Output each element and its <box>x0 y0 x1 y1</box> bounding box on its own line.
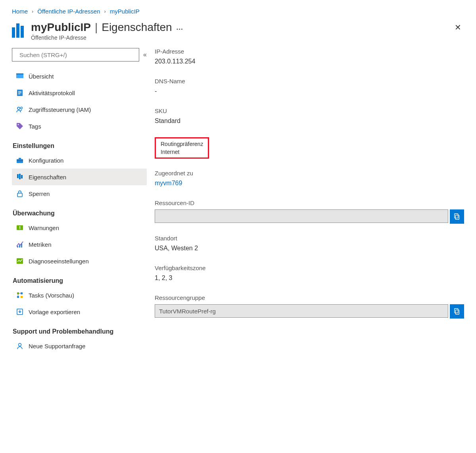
sidebar-search[interactable] <box>12 48 139 61</box>
svg-rect-36 <box>455 309 458 313</box>
svg-rect-28 <box>21 296 23 298</box>
nav-tasks[interactable]: Tasks (Vorschau) <box>12 287 147 303</box>
lock-icon <box>16 190 24 198</box>
nav-tags[interactable]: Tags <box>12 118 147 134</box>
associated-resource-link[interactable]: myvm769 <box>155 180 464 187</box>
svg-point-32 <box>19 344 21 346</box>
copy-resource-id-button[interactable] <box>450 209 464 224</box>
sidebar: « Übersicht Aktivitätsprotokoll Zugriffs… <box>12 48 147 354</box>
svg-rect-5 <box>18 91 21 92</box>
tag-icon <box>16 122 24 130</box>
svg-rect-3 <box>16 73 23 75</box>
toolbox-icon <box>16 156 24 164</box>
resource-group-field[interactable] <box>155 304 448 318</box>
svg-rect-23 <box>21 244 22 248</box>
page-title: myPublicIP | Eigenschaften … <box>31 21 184 34</box>
nav-configuration[interactable]: Konfiguration <box>12 152 147 169</box>
prop-dns-name: DNS-Name - <box>155 78 464 95</box>
svg-point-10 <box>18 124 19 125</box>
page-header: myPublicIP | Eigenschaften … Öffentliche… <box>0 18 476 48</box>
prop-resource-group: Ressourcengruppe <box>155 294 464 319</box>
nav-group-support: Support und Problembehandlung <box>13 328 147 335</box>
breadcrumb-public-ips[interactable]: Öffentliche IP-Adressen <box>37 8 100 15</box>
svg-rect-33 <box>455 215 459 219</box>
breadcrumb-home[interactable]: Home <box>12 8 28 15</box>
svg-rect-17 <box>17 193 22 197</box>
svg-rect-12 <box>19 158 21 159</box>
svg-point-8 <box>17 107 20 109</box>
svg-point-9 <box>21 107 23 109</box>
nav-export-template[interactable]: Vorlage exportieren <box>12 303 147 320</box>
svg-rect-20 <box>19 228 20 229</box>
svg-rect-34 <box>455 214 458 218</box>
prop-ip-address: IP-Adresse 203.0.113.254 <box>155 48 464 65</box>
svg-rect-7 <box>18 94 20 94</box>
nav-metrics[interactable]: Metriken <box>12 236 147 253</box>
prop-location: Standort USA, Westen 2 <box>155 235 464 252</box>
nav-access-control[interactable]: Zugriffssteuerung (IAM) <box>12 101 147 118</box>
tasks-icon <box>16 291 24 299</box>
svg-rect-13 <box>17 160 23 161</box>
diagnostics-icon <box>16 257 24 265</box>
svg-rect-26 <box>21 292 23 294</box>
resource-id-field[interactable] <box>155 209 448 223</box>
sidebar-search-input[interactable] <box>19 51 136 59</box>
activity-log-icon <box>16 89 24 97</box>
nav-locks[interactable]: Sperren <box>12 185 147 202</box>
prop-routing-preference-highlighted: Routingpräferenz Internet <box>155 137 209 159</box>
prop-associated-to: Zugeordnet zu myvm769 <box>155 170 464 187</box>
chevron-right-icon: › <box>104 8 106 14</box>
chevron-right-icon: › <box>32 8 33 14</box>
properties-icon <box>16 173 24 181</box>
nav-overview[interactable]: Übersicht <box>12 68 147 84</box>
svg-rect-22 <box>19 245 20 248</box>
public-ip-icon <box>12 23 26 38</box>
close-button[interactable]: ✕ <box>451 21 464 34</box>
svg-rect-16 <box>21 175 23 179</box>
people-icon <box>16 106 24 113</box>
nav-diagnostics[interactable]: Diagnoseeinstellungen <box>12 253 147 269</box>
prop-resource-id: Ressourcen-ID <box>155 200 464 224</box>
prop-availability-zone: Verfügbarkeitszone 1, 2, 3 <box>155 265 464 282</box>
svg-rect-6 <box>18 92 21 93</box>
svg-rect-25 <box>17 292 19 294</box>
overview-icon <box>16 72 24 80</box>
nav-group-automation: Automatisierung <box>13 277 147 284</box>
nav-new-support-request[interactable]: Neue Supportanfrage <box>12 338 147 354</box>
alert-icon <box>16 224 24 232</box>
nav-properties[interactable]: Eigenschaften <box>12 169 147 185</box>
svg-rect-35 <box>455 310 459 314</box>
resource-type-label: Öffentliche IP-Adresse <box>31 35 184 41</box>
prop-sku: SKU Standard <box>155 107 464 125</box>
nav-alerts[interactable]: Warnungen <box>12 219 147 236</box>
nav-group-settings: Einstellungen <box>13 142 147 150</box>
svg-rect-14 <box>17 174 19 178</box>
breadcrumb-resource[interactable]: myPublicIP <box>110 8 140 15</box>
export-icon <box>16 308 24 316</box>
metrics-icon <box>16 240 24 248</box>
nav-activity-log[interactable]: Aktivitätsprotokoll <box>12 84 147 101</box>
svg-rect-21 <box>17 246 18 248</box>
nav-group-monitoring: Überwachung <box>13 210 147 217</box>
svg-rect-27 <box>17 296 19 298</box>
properties-panel: IP-Adresse 203.0.113.254 DNS-Name - SKU … <box>155 48 464 354</box>
svg-rect-15 <box>19 174 21 179</box>
collapse-sidebar-button[interactable]: « <box>143 51 147 58</box>
copy-resource-group-button[interactable] <box>450 304 464 319</box>
svg-rect-19 <box>19 226 20 228</box>
more-actions-button[interactable]: … <box>176 23 184 32</box>
support-icon <box>16 342 24 350</box>
breadcrumb: Home › Öffentliche IP-Adressen › myPubli… <box>0 0 476 18</box>
